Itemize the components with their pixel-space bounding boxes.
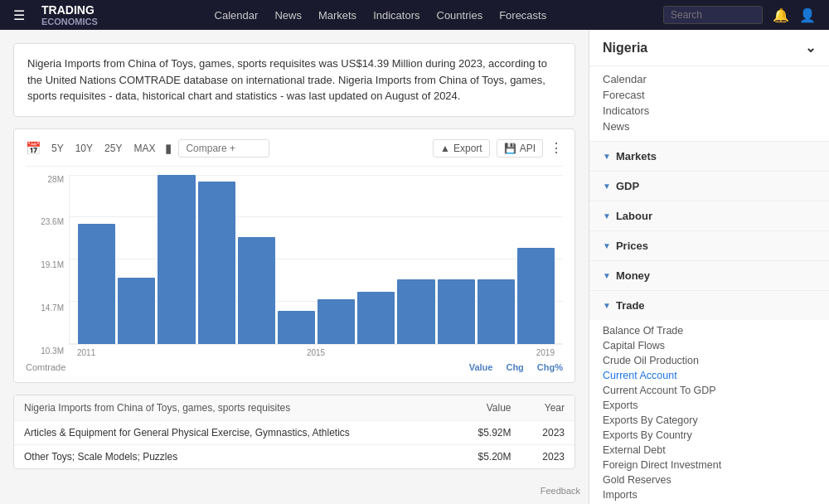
sidebar-trade-item-1[interactable]: Capital Flows bbox=[603, 340, 816, 351]
sidebar-trade-items: Balance Of TradeCapital FlowsCrude Oil P… bbox=[589, 320, 829, 504]
y-label-2: 23.6M bbox=[41, 217, 64, 226]
y-axis: 28M 23.6M 19.1M 14.7M 10.3M bbox=[26, 175, 69, 357]
sidebar-trade-item-9[interactable]: Foreign Direct Investment bbox=[603, 459, 816, 471]
sidebar-section-prices: ▼ Prices bbox=[589, 231, 829, 261]
sidebar-section-labour-header[interactable]: ▼ Labour bbox=[589, 201, 829, 230]
sidebar-trade-item-5[interactable]: Exports bbox=[603, 400, 816, 411]
sidebar-link-forecast[interactable]: Forecast bbox=[603, 89, 816, 101]
sidebar-section-markets: ▼ Markets bbox=[589, 142, 829, 172]
nav-calendar[interactable]: Calendar bbox=[215, 9, 259, 22]
export-button[interactable]: ▲ Export bbox=[433, 139, 490, 158]
arrow-icon-trade: ▼ bbox=[603, 301, 611, 310]
sidebar-trade-item-6[interactable]: Exports By Category bbox=[603, 414, 816, 426]
sidebar-section-money: ▼ Money bbox=[589, 261, 829, 291]
prices-label: Prices bbox=[616, 240, 648, 252]
labour-label: Labour bbox=[616, 210, 652, 222]
sidebar-section-markets-header[interactable]: ▼ Markets bbox=[589, 142, 829, 171]
row-1-year: 2023 bbox=[521, 444, 575, 468]
imports-table: Nigeria Imports from China of Toys, game… bbox=[14, 395, 574, 468]
arrow-icon-labour: ▼ bbox=[603, 211, 611, 220]
export-label: Export bbox=[453, 143, 482, 154]
footer-chg[interactable]: Chg bbox=[506, 362, 523, 372]
sidebar-trade-item-4[interactable]: Current Account To GDP bbox=[603, 385, 816, 396]
time-btn-5y[interactable]: 5Y bbox=[48, 141, 67, 156]
hamburger-icon[interactable]: ☰ bbox=[13, 7, 25, 23]
footer-value[interactable]: Value bbox=[469, 362, 493, 372]
sidebar-link-news[interactable]: News bbox=[603, 120, 816, 133]
calendar-icon[interactable]: 📅 bbox=[26, 141, 41, 156]
sidebar-trade-item-7[interactable]: Exports By Country bbox=[603, 429, 816, 441]
bar-5 bbox=[278, 311, 315, 344]
sidebar-trade-item-10[interactable]: Gold Reserves bbox=[603, 474, 816, 486]
sidebar-trade-item-3[interactable]: Current Account bbox=[603, 370, 816, 381]
bar-8 bbox=[397, 279, 434, 344]
sidebar-link-calendar[interactable]: Calendar bbox=[603, 73, 816, 85]
nav-markets[interactable]: Markets bbox=[318, 9, 356, 22]
y-label-3: 19.1M bbox=[41, 260, 64, 269]
bar-9 bbox=[438, 279, 475, 344]
time-btn-max[interactable]: MAX bbox=[130, 141, 158, 156]
feedback-button[interactable]: Feedback bbox=[541, 486, 580, 496]
sidebar-country[interactable]: Nigeria ⌄ bbox=[589, 30, 829, 66]
bar-1 bbox=[118, 278, 155, 344]
sidebar-section-gdp-header[interactable]: ▼ GDP bbox=[589, 172, 829, 201]
bar-11 bbox=[517, 248, 555, 343]
nav-forecasts[interactable]: Forecasts bbox=[499, 9, 546, 22]
description-box: Nigeria Imports from China of Toys, game… bbox=[13, 43, 575, 117]
sidebar-section-gdp: ▼ GDP bbox=[589, 172, 829, 201]
markets-label: Markets bbox=[616, 150, 657, 162]
sidebar-section-money-header[interactable]: ▼ Money bbox=[589, 261, 829, 290]
bar-2 bbox=[158, 175, 195, 344]
nav-countries[interactable]: Countries bbox=[437, 9, 483, 22]
chart-type-icon[interactable]: ▮ bbox=[165, 141, 172, 156]
sidebar-section-labour: ▼ Labour bbox=[589, 201, 829, 231]
sidebar-section-trade: ▼ Trade Balance Of TradeCapital FlowsCru… bbox=[589, 291, 829, 504]
footer-chgpct[interactable]: Chg% bbox=[537, 362, 563, 372]
bar-7 bbox=[357, 292, 395, 343]
main-content: Nigeria Imports from China of Toys, game… bbox=[0, 30, 589, 504]
table-row: Other Toys; Scale Models; Puzzles $5.20M… bbox=[14, 444, 574, 468]
gdp-label: GDP bbox=[616, 180, 639, 192]
sidebar-trade-item-0[interactable]: Balance Of Trade bbox=[603, 325, 816, 337]
bar-3 bbox=[198, 182, 235, 343]
bars-row bbox=[78, 175, 555, 344]
nav-news[interactable]: News bbox=[274, 9, 302, 22]
sidebar-trade-item-11[interactable]: Imports bbox=[603, 489, 816, 501]
nav-right: 🔔 👤 bbox=[663, 6, 816, 24]
col-year-header: Year bbox=[521, 395, 575, 421]
sidebar-trade-item-8[interactable]: External Debt bbox=[603, 444, 816, 456]
row-1-value: $5.20M bbox=[453, 444, 521, 468]
chart-source: Comtrade bbox=[26, 362, 65, 372]
nav-indicators[interactable]: Indicators bbox=[373, 9, 419, 22]
sidebar-section-prices-header[interactable]: ▼ Prices bbox=[589, 231, 829, 260]
user-icon[interactable]: 👤 bbox=[799, 7, 816, 23]
time-btn-10y[interactable]: 10Y bbox=[72, 141, 96, 156]
more-button[interactable]: ⋮ bbox=[550, 140, 563, 156]
navbar: ☰ TRADING ECONOMICS Calendar News Market… bbox=[0, 0, 829, 30]
search-input[interactable] bbox=[663, 6, 763, 24]
y-label-1: 28M bbox=[48, 175, 64, 184]
sidebar-section-trade-header[interactable]: ▼ Trade bbox=[589, 291, 829, 320]
api-button[interactable]: 💾 API bbox=[497, 139, 543, 158]
api-label: API bbox=[520, 143, 536, 154]
money-label: Money bbox=[616, 269, 650, 282]
bars-area: 2011 2015 2019 bbox=[69, 175, 563, 357]
compare-input[interactable] bbox=[178, 139, 269, 158]
arrow-icon-markets: ▼ bbox=[603, 152, 611, 161]
api-icon: 💾 bbox=[504, 143, 516, 154]
time-btn-25y[interactable]: 25Y bbox=[101, 141, 125, 156]
sidebar-trade-item-2[interactable]: Crude Oil Production bbox=[603, 355, 816, 366]
brand-bot: ECONOMICS bbox=[41, 17, 98, 27]
brand-top: TRADING bbox=[41, 3, 98, 17]
bell-icon[interactable]: 🔔 bbox=[773, 7, 789, 23]
bar-0 bbox=[78, 224, 115, 343]
trade-label: Trade bbox=[616, 299, 645, 312]
chart-container: 📅 5Y 10Y 25Y MAX ▮ ▲ Export 💾 API bbox=[13, 128, 575, 383]
arrow-icon-prices: ▼ bbox=[603, 241, 611, 250]
page-layout: Nigeria Imports from China of Toys, game… bbox=[0, 30, 829, 504]
table-header-row: Nigeria Imports from China of Toys, game… bbox=[14, 395, 574, 421]
col-value-header: Value bbox=[453, 395, 521, 421]
sidebar-link-indicators[interactable]: Indicators bbox=[603, 104, 816, 117]
chart-bars bbox=[69, 175, 563, 345]
table-row: Articles & Equipment for General Physica… bbox=[14, 420, 574, 444]
